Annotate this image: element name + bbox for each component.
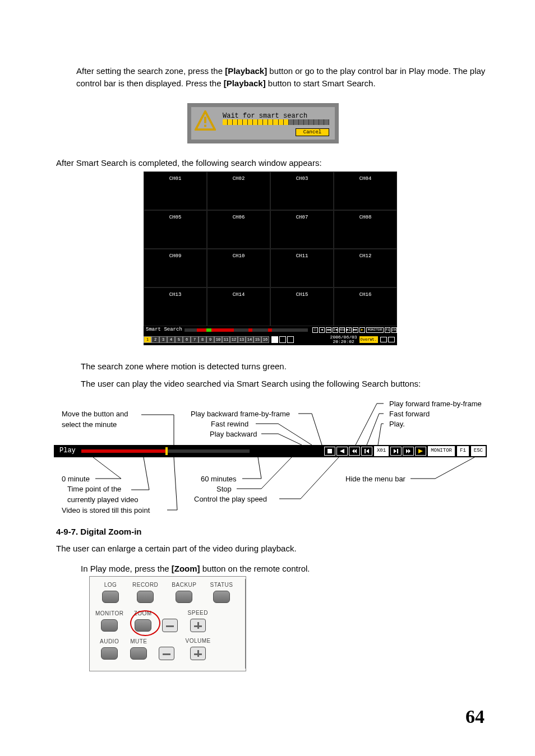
svg-rect-1: [204, 125, 206, 127]
svg-line-22: [144, 457, 149, 490]
esc-button[interactable]: ESC: [471, 446, 486, 456]
callout-sixty-min: 60 minutes: [201, 474, 237, 485]
channel-cell[interactable]: CH15: [270, 287, 334, 326]
channel-tab[interactable]: 12: [230, 336, 238, 343]
play-backward-button[interactable]: [336, 447, 348, 456]
play-icon[interactable]: ▶: [359, 327, 365, 333]
channel-tab[interactable]: 4: [167, 336, 175, 343]
step-back-icon[interactable]: I◀: [333, 327, 338, 333]
svg-line-24: [174, 457, 177, 510]
step-fwd-icon[interactable]: ▶I: [346, 327, 352, 333]
play-track[interactable]: [81, 449, 250, 453]
grid-timeline-row: Smart Search □ ◀ ◀◀ I◀ X01 ▶I ▶▶ ▶ MONIT…: [144, 326, 397, 334]
svg-line-20: [93, 457, 121, 479]
fast-rewind-button[interactable]: [349, 447, 360, 456]
step-forward-button[interactable]: [390, 447, 402, 456]
quad-view-icon[interactable]: [271, 336, 278, 343]
callout-stored-till: Video is stored till this point: [62, 505, 150, 516]
fast-forward-button[interactable]: [403, 447, 414, 456]
callout-play: Play.: [389, 419, 405, 430]
callout-fast-forward: Fast forward: [389, 409, 430, 420]
ffwd-icon[interactable]: ▶▶: [353, 327, 358, 333]
remote-key-mute: MUTE: [130, 638, 147, 660]
channel-tab[interactable]: 16: [261, 336, 269, 343]
timeline-track[interactable]: [185, 328, 308, 332]
channel-tab[interactable]: 2: [151, 336, 159, 343]
svg-rect-0: [204, 117, 206, 123]
channel-cell[interactable]: CH08: [334, 210, 397, 249]
channel-cell[interactable]: CH12: [334, 249, 397, 287]
paragraph-4: The user can play the video searched via…: [81, 378, 507, 390]
monitor-tag[interactable]: MONITOR: [366, 327, 384, 333]
channel-cell[interactable]: CH13: [144, 287, 207, 326]
channel-tab[interactable]: 10: [214, 336, 222, 343]
remote-key-volume: VOLUME: [186, 637, 211, 660]
search-result-window: CH01 CH02 CH03 CH04 CH05 CH06 CH07 CH08 …: [144, 171, 397, 345]
channel-tab[interactable]: 11: [222, 336, 230, 343]
svg-line-32: [435, 457, 474, 479]
remote-key-record: RECORD: [132, 581, 158, 603]
play-cursor[interactable]: [165, 447, 168, 455]
channel-cell[interactable]: CH05: [144, 210, 207, 249]
channel-tabs: 1 2 3 4 5 6 7 8 9 10 11 12 13 14 15 16: [144, 336, 269, 343]
f1-tag[interactable]: F1: [385, 327, 390, 333]
channel-tab[interactable]: 14: [246, 336, 253, 343]
play-back-icon[interactable]: ◀: [319, 327, 325, 333]
channel-cell[interactable]: CH09: [144, 249, 207, 287]
channel-cell[interactable]: CH11: [270, 249, 334, 287]
stop-icon[interactable]: □: [312, 327, 318, 333]
svg-line-16: [367, 414, 379, 445]
svg-rect-4: [397, 449, 398, 453]
remote-key-speed-down: [162, 609, 178, 632]
channel-cell[interactable]: CH07: [270, 210, 334, 249]
channel-tab[interactable]: 5: [175, 336, 183, 343]
paragraph-2: After Smart Search is completed, the fol…: [56, 157, 482, 169]
channel-cell[interactable]: CH01: [144, 171, 207, 210]
monitor-button[interactable]: MONITOR: [428, 446, 455, 456]
sixteen-view-icon[interactable]: [287, 336, 294, 343]
channel-cell[interactable]: CH04: [334, 171, 397, 210]
page-number: 64: [465, 703, 485, 730]
channel-tab[interactable]: 6: [183, 336, 191, 343]
channel-cell[interactable]: CH10: [207, 249, 270, 287]
channel-tab[interactable]: 3: [159, 336, 167, 343]
channel-cell[interactable]: CH03: [270, 171, 334, 210]
cancel-button[interactable]: Cancel: [296, 128, 329, 136]
remote-key-speed: SPEED: [188, 609, 208, 632]
channel-cell[interactable]: CH14: [207, 287, 270, 326]
svg-line-12: [278, 434, 302, 445]
callout-hide-menu: Hide the menu bar: [345, 474, 405, 485]
rewind-icon[interactable]: ◀◀: [326, 327, 331, 333]
speed-tag[interactable]: X01: [339, 327, 345, 333]
channel-cell[interactable]: CH06: [207, 210, 270, 249]
drive-icons: [380, 337, 395, 342]
playback-token: [Playback]: [224, 78, 266, 88]
remote-key-monitor: MONITOR: [95, 610, 124, 632]
channel-tab[interactable]: 9: [206, 336, 214, 343]
svg-line-18: [378, 424, 381, 445]
play-control-bar: Play X01 MONITOR F1 ESC: [54, 445, 487, 457]
svg-line-30: [301, 457, 339, 499]
progress-bar: [223, 119, 329, 125]
speed-button[interactable]: X01: [374, 446, 389, 456]
channel-tab[interactable]: 8: [199, 336, 206, 343]
step-back-button[interactable]: [361, 447, 372, 456]
smart-search-dialog: Wait for smart search Cancel: [187, 103, 339, 143]
channel-tab[interactable]: 1: [144, 336, 151, 343]
channel-tab[interactable]: 13: [238, 336, 246, 343]
svg-line-14: [356, 403, 377, 445]
f1-button[interactable]: F1: [457, 446, 469, 456]
zoom-token: [Zoom]: [172, 564, 200, 573]
channel-tab[interactable]: 7: [191, 336, 199, 343]
paragraph-3: The search zone where motion is detected…: [81, 360, 507, 373]
channel-cell[interactable]: CH02: [207, 171, 270, 210]
channel-cell[interactable]: CH16: [334, 287, 397, 326]
play-button[interactable]: [415, 447, 426, 456]
nine-view-icon[interactable]: [279, 336, 286, 343]
zoom-highlight-circle: [130, 610, 160, 636]
svg-line-8: [312, 414, 322, 445]
stop-button[interactable]: [324, 447, 335, 456]
channel-tab[interactable]: 15: [253, 336, 261, 343]
remote-key-status: STATUS: [210, 581, 233, 603]
esc-tag[interactable]: ESC: [391, 327, 397, 333]
